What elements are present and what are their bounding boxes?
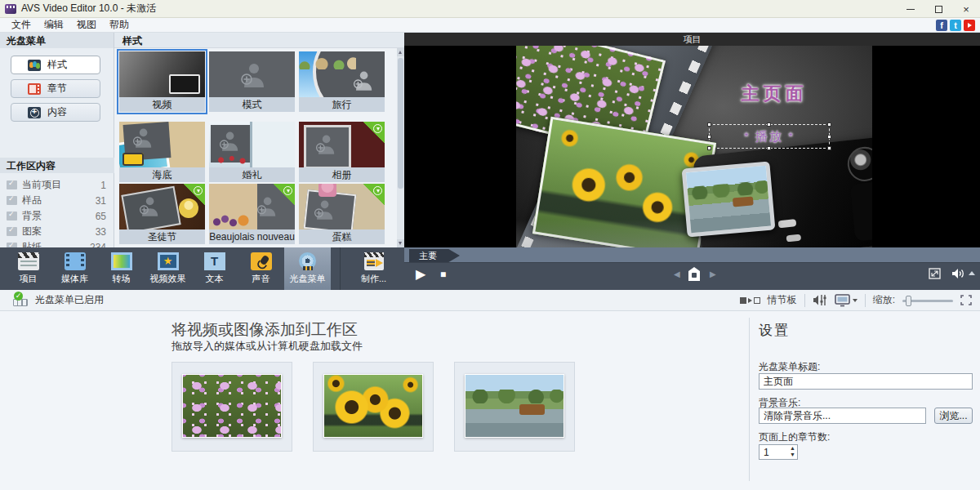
style-thumbnail-video[interactable]: 视频	[119, 51, 205, 112]
workspace-thumbnail-river[interactable]	[454, 362, 575, 452]
tab-main[interactable]: 主要	[409, 249, 460, 262]
sidebar-item-backgrounds[interactable]: 背景 65	[0, 208, 114, 224]
vertical-scrollbar[interactable]	[397, 48, 404, 247]
menu-file[interactable]: 文件	[5, 18, 38, 32]
style-thumbnail-wedding[interactable]: 婚礼	[209, 122, 295, 182]
background-music-input[interactable]	[759, 408, 926, 424]
sidebar-item-samples[interactable]: 样品 31	[0, 193, 114, 208]
status-text: 光盘菜单已启用	[35, 293, 104, 307]
style-thumbnail-album[interactable]: 相册	[299, 122, 385, 182]
style-thumbnail-mode[interactable]: 模式	[209, 51, 295, 112]
menu-view[interactable]: 视图	[70, 18, 103, 32]
twitter-icon[interactable]: t	[950, 20, 961, 31]
menu-edit[interactable]: 编辑	[38, 18, 70, 32]
style-thumbnail-travel[interactable]: 旅行	[299, 51, 385, 112]
person-placeholder-icon	[219, 130, 238, 151]
minimize-button[interactable]	[897, 0, 924, 18]
style-thumbnail-beaujolais[interactable]: Beaujolais nouveau	[209, 184, 295, 244]
download-badge-icon	[363, 184, 385, 205]
browse-button[interactable]: 浏览...	[934, 408, 973, 424]
style-thumbnail-cake[interactable]: 蛋糕	[299, 184, 385, 244]
person-placeholder-icon	[139, 195, 158, 216]
sidebar-button-chapters[interactable]: 章节	[11, 79, 100, 98]
storyboard-label[interactable]: 情节板	[768, 293, 797, 307]
film-reel-icon	[65, 252, 86, 270]
play-button-selection[interactable]: * 播放 *	[709, 124, 830, 149]
download-badge-icon	[363, 122, 385, 143]
menu-help[interactable]: 帮助	[103, 18, 136, 32]
previous-chapter-button[interactable]: ◀	[674, 270, 680, 278]
close-button[interactable]: ×	[952, 0, 980, 18]
selection-handle[interactable]	[767, 146, 771, 150]
selection-handle[interactable]	[707, 146, 711, 150]
play-button-text[interactable]: * 播放 *	[710, 125, 829, 148]
text-tool-icon: T	[204, 252, 225, 270]
selection-handle[interactable]	[827, 146, 831, 150]
sidebar-item-current-project[interactable]: 当前项目 1	[0, 177, 114, 193]
chapter-marker-icon[interactable]	[688, 267, 700, 281]
item-count: 65	[96, 211, 106, 222]
thumbnail-image	[209, 122, 295, 167]
maximize-button[interactable]	[924, 0, 952, 18]
sidebar-item-patterns[interactable]: 图案 33	[0, 224, 114, 239]
minimize-icon	[906, 9, 915, 10]
caret-down-icon	[853, 299, 858, 302]
playback-controls: ▶ ■ ◀ ▶	[404, 263, 980, 290]
person-placeholder-icon	[314, 198, 333, 220]
volume-caret-icon[interactable]	[969, 271, 975, 275]
video-preview[interactable]: 主页面 * 播放 *	[516, 46, 872, 247]
folder-icon	[7, 212, 17, 220]
selection-handle[interactable]	[827, 135, 831, 139]
toolbar-sound[interactable]: 声音	[238, 247, 284, 290]
sidebar-button-label: 样式	[47, 58, 67, 72]
facebook-icon[interactable]: f	[936, 20, 947, 31]
audio-mixer-icon[interactable]	[813, 294, 827, 306]
selection-handle[interactable]	[707, 122, 711, 127]
disc-menu-enabled-icon: ✓	[13, 294, 29, 306]
selection-handle[interactable]	[827, 122, 831, 127]
scroll-down-icon[interactable]	[397, 239, 404, 247]
volume-button[interactable]	[951, 268, 965, 279]
toolbar-transitions[interactable]: 转场	[98, 247, 145, 290]
storyboard-icon[interactable]	[740, 297, 760, 304]
workspace-title: 将视频或图像添加到工作区	[172, 319, 358, 341]
stepper-up-icon[interactable]: ▲	[790, 445, 795, 452]
toolbar-produce[interactable]: 制作...	[350, 247, 397, 290]
menu-title-input[interactable]	[759, 373, 973, 390]
menu-bar: 文件 编辑 视图 帮助 f t	[0, 18, 980, 33]
zoom-slider-thumb[interactable]	[906, 296, 911, 306]
play-button[interactable]: ▶	[416, 266, 425, 282]
settings-header: 设置	[759, 321, 980, 340]
workspace-thumbnail-sunflowers[interactable]	[313, 362, 434, 452]
style-thumbnail-undersea[interactable]: 海底	[119, 122, 205, 182]
fullscreen-button[interactable]	[929, 268, 941, 279]
toolbar-text[interactable]: T 文本	[191, 247, 238, 290]
fit-to-screen-icon[interactable]	[960, 295, 972, 305]
toolbar-divider	[331, 247, 341, 290]
chapters-count-stepper[interactable]: 1 ▲ ▼	[759, 444, 798, 460]
disc-menu-workspace: 将视频或图像添加到工作区 拖放导入的媒体或从计算机硬盘加载文件 设置 光盘菜单标…	[0, 311, 980, 490]
clapperboard-icon	[18, 252, 39, 270]
toolbar-media-library[interactable]: 媒体库	[51, 247, 98, 290]
youtube-icon[interactable]	[964, 20, 975, 31]
folder-icon	[7, 227, 17, 236]
sidebar-button-content[interactable]: 内容	[11, 103, 100, 122]
toolbar-video-effects[interactable]: ★ 视频效果	[145, 247, 191, 290]
zoom-slider[interactable]	[902, 295, 953, 306]
scroll-up-icon[interactable]	[397, 48, 404, 56]
sidebar-button-styles[interactable]: 样式	[11, 56, 100, 74]
stepper-down-icon[interactable]: ▼	[790, 452, 795, 458]
toolbar-projects[interactable]: 项目	[5, 247, 51, 290]
dual-screen-icon[interactable]	[835, 294, 858, 307]
zoom-label: 缩放:	[873, 293, 895, 307]
selection-handle[interactable]	[767, 122, 771, 127]
toolbar-disc-menu[interactable]: 光盘菜单	[284, 247, 331, 290]
scrollbar-thumb[interactable]	[398, 58, 403, 189]
style-thumbnail-saints-day[interactable]: 圣徒节	[119, 184, 205, 244]
stop-button[interactable]: ■	[440, 269, 446, 280]
workspace-thumbnail-flowers[interactable]	[172, 362, 292, 452]
selection-handle[interactable]	[707, 135, 711, 139]
content-icon	[28, 107, 41, 118]
next-chapter-button[interactable]: ▶	[710, 270, 716, 278]
download-badge-icon	[184, 184, 205, 205]
